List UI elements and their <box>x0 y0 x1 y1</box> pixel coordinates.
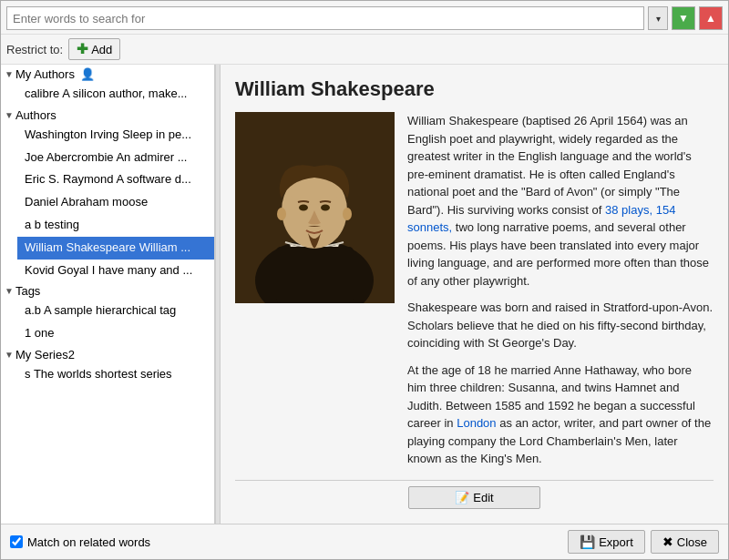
bio-paragraph-2: Shakespeare was born and raised in Strat… <box>407 299 714 352</box>
authors-item-6[interactable]: Kovid Goyal I have many and ... <box>17 260 214 282</box>
right-panel: William Shakespeare <box>221 65 728 524</box>
main-dialog: ▾ ▼ ▲ Restrict to: ✚ Add ▼ My Authors 👤 … <box>0 0 729 560</box>
authors-arrow: ▼ <box>5 110 14 120</box>
tags-item-0[interactable]: a.b A sample hierarchical tag <box>17 300 214 322</box>
svg-point-7 <box>277 208 286 220</box>
bio-paragraph-1: William Shakespeare (baptised 26 April 1… <box>407 112 714 290</box>
search-next-button[interactable]: ▼ <box>672 6 695 30</box>
svg-point-8 <box>343 208 352 220</box>
search-dropdown-button[interactable]: ▾ <box>648 6 668 30</box>
add-button-label: Add <box>91 43 112 56</box>
main-content: ▼ My Authors 👤 calibre A silicon author,… <box>1 65 728 524</box>
match-label: Match on related words <box>27 535 150 549</box>
edit-bar: 📝 Edit <box>235 480 714 514</box>
my-authors-icon: 👤 <box>77 67 95 81</box>
svg-point-5 <box>299 205 308 211</box>
add-button[interactable]: ✚ Add <box>68 38 120 60</box>
edit-button[interactable]: 📝 Edit <box>408 486 539 509</box>
tags-item-1[interactable]: 1 one <box>17 322 214 345</box>
tags-children: a.b A sample hierarchical tag 1 one <box>1 300 214 345</box>
tags-group-header[interactable]: ▼ Tags <box>1 281 214 300</box>
search-prev-button[interactable]: ▲ <box>699 6 723 30</box>
my-authors-children: calibre A silicon author, make... <box>1 83 214 106</box>
authors-group-header[interactable]: ▼ Authors <box>1 106 214 124</box>
series-children: s The worlds shortest series <box>1 363 214 386</box>
edit-icon: 📝 <box>455 491 469 504</box>
authors-item-5-shakespeare[interactable]: William Shakespeare William ... <box>17 237 214 260</box>
search-input[interactable] <box>6 6 644 30</box>
author-content: William Shakespeare (baptised 26 April 1… <box>235 112 714 480</box>
authors-item-1[interactable]: Joe Abercrombie An admirer ... <box>17 147 214 169</box>
close-label: Close <box>677 535 707 549</box>
export-icon: 💾 <box>580 535 595 549</box>
authors-label: Authors <box>15 108 56 122</box>
authors-children: Washington Irving Sleep in pe... Joe Abe… <box>1 124 214 282</box>
bottom-buttons: 💾 Export ✖ Close <box>568 530 719 554</box>
tags-label: Tags <box>15 284 40 298</box>
author-bio: William Shakespeare (baptised 26 April 1… <box>407 112 714 480</box>
authors-item-4[interactable]: a b testing <box>17 214 214 237</box>
my-authors-group-header[interactable]: ▼ My Authors 👤 <box>1 65 214 83</box>
match-checkbox-container: Match on related words <box>10 535 150 549</box>
series-label: My Series2 <box>15 348 75 361</box>
author-portrait <box>235 112 395 303</box>
close-icon: ✖ <box>662 535 673 549</box>
export-label: Export <box>599 535 633 549</box>
authors-item-0[interactable]: Washington Irving Sleep in pe... <box>17 124 214 147</box>
svg-rect-2 <box>276 247 354 303</box>
authors-item-2[interactable]: Eric S. Raymond A software d... <box>17 168 214 191</box>
match-checkbox[interactable] <box>10 535 23 548</box>
series-group-header[interactable]: ▼ My Series2 <box>1 345 214 363</box>
series-arrow: ▼ <box>5 350 14 360</box>
edit-label: Edit <box>473 491 493 504</box>
close-button[interactable]: ✖ Close <box>651 530 719 554</box>
tags-arrow: ▼ <box>5 286 14 296</box>
svg-point-6 <box>321 205 330 211</box>
export-button[interactable]: 💾 Export <box>568 530 645 554</box>
plus-icon: ✚ <box>77 41 88 57</box>
series-item-0[interactable]: s The worlds shortest series <box>17 363 214 386</box>
restrict-bar: Restrict to: ✚ Add <box>1 35 728 65</box>
restrict-label: Restrict to: <box>6 43 63 56</box>
bottom-bar: Match on related words 💾 Export ✖ Close <box>1 524 728 559</box>
my-authors-arrow: ▼ <box>5 69 14 79</box>
authors-item-3[interactable]: Daniel Abraham moose <box>17 191 214 214</box>
plays-link[interactable]: 38 plays, <box>605 203 652 217</box>
my-authors-label: My Authors <box>15 67 75 81</box>
left-panel: ▼ My Authors 👤 calibre A silicon author,… <box>1 65 215 524</box>
bio-paragraph-3: At the age of 18 he married Anne Hathawa… <box>407 361 714 468</box>
search-bar: ▾ ▼ ▲ <box>1 1 728 35</box>
london-link[interactable]: London <box>457 416 496 430</box>
author-title: William Shakespeare <box>235 77 714 101</box>
my-authors-item-0[interactable]: calibre A silicon author, make... <box>17 83 214 106</box>
